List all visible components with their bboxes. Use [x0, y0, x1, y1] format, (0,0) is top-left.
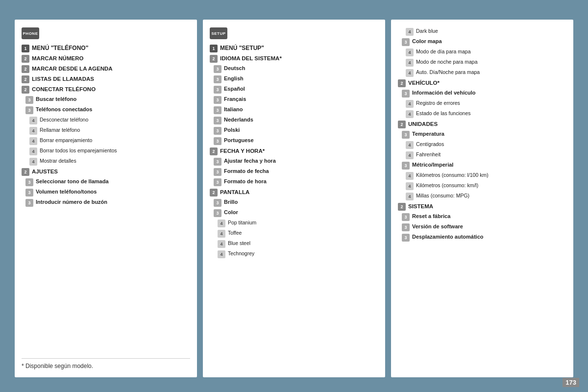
- level-badge: 3: [402, 38, 410, 46]
- level-badge: 2: [22, 75, 29, 83]
- item-label: Centígrados: [416, 141, 444, 148]
- page-container: PHONE 1MENÚ "TELÉFONO"2MARCAR NÚMERO2MAR…: [0, 0, 588, 392]
- level-badge: 3: [214, 209, 221, 217]
- level-badge: 3: [402, 213, 410, 221]
- item-label: Borrar todos los emparejamientos: [40, 147, 117, 154]
- list-item: 4Estado de las funciones: [398, 110, 566, 118]
- list-item: 4Millas (consumo: MPG): [398, 192, 566, 200]
- level-badge: 4: [406, 110, 414, 118]
- item-label: Ajustar fecha y hora: [224, 157, 276, 165]
- item-label: SISTEMA: [408, 202, 433, 210]
- right-menu-list: 4Dark blue3Color mapa4Modo de día para m…: [398, 27, 566, 242]
- list-item: 4Registro de errores: [398, 99, 566, 108]
- level-badge: 3: [214, 86, 221, 94]
- phone-icon: PHONE: [22, 27, 39, 39]
- item-label: Desconectar teléfono: [40, 116, 88, 123]
- item-label: Polski: [224, 126, 240, 134]
- item-label: VEHÍCULO*: [408, 79, 440, 87]
- list-item: 2VEHÍCULO*: [398, 79, 566, 87]
- level-badge: 4: [406, 172, 414, 180]
- list-item: 4Toffee: [210, 229, 378, 238]
- list-item: 2IDIOMA DEL SISTEMA*: [210, 54, 378, 63]
- level-badge: 3: [214, 75, 221, 83]
- item-label: Kilómetros (consumo: l/100 km): [416, 172, 489, 179]
- list-item: 1MENÚ "SETUP": [210, 44, 378, 52]
- list-item: 3Seleccionar tono de llamada: [22, 178, 190, 186]
- list-item: 3Teléfonos conectados: [22, 106, 190, 114]
- level-badge: 3: [402, 131, 410, 139]
- level-badge: 4: [406, 59, 414, 67]
- item-label: Mostrar detalles: [40, 157, 76, 165]
- level-badge: 3: [402, 162, 410, 170]
- item-label: Versión de software: [412, 223, 463, 230]
- item-label: Nederlands: [224, 116, 253, 123]
- list-item: 3Brillo: [210, 198, 378, 207]
- list-item: 4Technogrey: [210, 250, 378, 258]
- item-label: Rellamar teléfono: [40, 126, 80, 134]
- item-label: Volumen teléfono/tonos: [36, 188, 97, 196]
- item-label: Borrar emparejamiento: [40, 137, 92, 144]
- panel-footer: * Disponible según modelo.: [22, 358, 190, 369]
- panel-middle: SETUP 1MENÚ "SETUP"2IDIOMA DEL SISTEMA*3…: [203, 20, 385, 377]
- list-item: 4Kilómetros (consumo: l/100 km): [398, 172, 566, 180]
- list-item: 3Nederlands: [210, 116, 378, 124]
- item-label: Technogrey: [228, 250, 254, 257]
- list-item: 2UNIDADES: [398, 120, 566, 128]
- page-number: 173: [563, 378, 579, 387]
- list-item: 2MARCAR DESDE LA AGENDA: [22, 65, 190, 73]
- item-label: Fahrenheit: [416, 151, 441, 158]
- list-item: 3Portuguese: [210, 137, 378, 145]
- item-label: Color: [224, 209, 238, 216]
- level-badge: 3: [402, 234, 410, 242]
- item-label: Portuguese: [224, 137, 254, 144]
- level-badge: 2: [398, 203, 406, 211]
- item-label: Español: [224, 85, 245, 93]
- list-item: 4Modo de noche para mapa: [398, 58, 566, 67]
- level-badge: 1: [22, 45, 29, 52]
- level-badge: 3: [214, 137, 221, 145]
- item-label: LISTAS DE LLAMADAS: [32, 75, 94, 83]
- item-label: Seleccionar tono de llamada: [36, 178, 109, 185]
- list-item: 3Introducir número de buzón: [22, 198, 190, 207]
- item-label: Introducir número de buzón: [36, 198, 107, 206]
- list-item: 3Color mapa: [398, 38, 566, 46]
- level-badge: 4: [218, 230, 225, 238]
- level-badge: 4: [29, 147, 37, 155]
- item-label: Información del vehículo: [412, 89, 476, 97]
- level-badge: 2: [22, 55, 29, 63]
- list-item: 3Français: [210, 96, 378, 104]
- list-item: 2MARCAR NÚMERO: [22, 54, 190, 63]
- item-label: Blue steel: [228, 240, 250, 247]
- list-item: 4Modo de día para mapa: [398, 48, 566, 56]
- middle-menu-list: 1MENÚ "SETUP"2IDIOMA DEL SISTEMA*3Deutsc…: [210, 44, 378, 258]
- level-badge: 2: [22, 86, 29, 94]
- list-item: 4Centígrados: [398, 141, 566, 149]
- list-item: 3Buscar teléfono: [22, 96, 190, 104]
- list-item: 4Dark blue: [398, 27, 566, 36]
- setup-icon-bar: SETUP: [210, 27, 378, 39]
- panel-left: PHONE 1MENÚ "TELÉFONO"2MARCAR NÚMERO2MAR…: [15, 20, 197, 377]
- list-item: 3Formato de hora: [210, 178, 378, 186]
- level-badge: 3: [402, 90, 410, 98]
- list-item: 2FECHA Y HORA*: [210, 147, 378, 155]
- list-item: 1MENÚ "TELÉFONO": [22, 44, 190, 52]
- item-label: Deutsch: [224, 65, 245, 72]
- item-label: MENÚ "TELÉFONO": [32, 44, 88, 52]
- level-badge: 4: [406, 151, 414, 159]
- list-item: 3Italiano: [210, 106, 378, 114]
- list-item: 4Desconectar teléfono: [22, 116, 190, 124]
- item-label: Pop titanium: [228, 219, 256, 226]
- list-item: 2LISTAS DE LLAMADAS: [22, 75, 190, 83]
- level-badge: 3: [25, 189, 33, 196]
- level-badge: 2: [22, 168, 29, 176]
- level-badge: 3: [214, 96, 221, 104]
- item-label: Teléfonos conectados: [36, 106, 92, 113]
- item-label: Métrico/Imperial: [412, 161, 453, 169]
- list-item: 3English: [210, 75, 378, 83]
- item-label: Registro de errores: [416, 99, 460, 107]
- level-badge: 4: [406, 100, 414, 108]
- list-item: 3Reset a fábrica: [398, 213, 566, 221]
- item-label: FECHA Y HORA*: [220, 147, 265, 155]
- level-badge: 4: [406, 193, 414, 200]
- level-badge: 4: [29, 158, 37, 166]
